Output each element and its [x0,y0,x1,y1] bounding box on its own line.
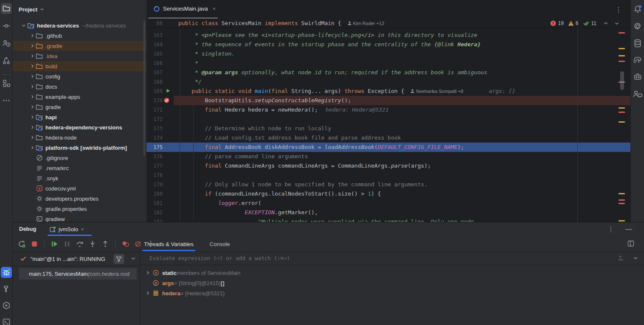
tree-row-codecov-yml[interactable]: Ycodecov.yml [13,183,146,193]
next-problem-icon[interactable] [614,21,619,25]
copilot-button[interactable] [632,72,643,83]
line-number[interactable]: 176 [146,152,163,161]
chevron-right-icon[interactable] [29,94,36,99]
code-line-165[interactable]: 165 * singleton. [146,49,630,59]
tree-row-gradlew[interactable]: gradlew [13,214,146,222]
line-number[interactable]: 182 [146,208,163,217]
close-tab-icon[interactable]: × [213,6,216,12]
stripe-mark[interactable] [619,48,625,49]
chevron-down-icon[interactable] [20,23,27,28]
pause-button[interactable] [62,239,72,249]
expand-evaluate-icon[interactable] [633,256,638,260]
stripe-mark[interactable] [619,121,625,123]
author-annotation[interactable]: Neeharika Sompalli +8 [410,89,463,94]
code-line-172[interactable]: 172 [146,115,630,124]
chevron-right-icon[interactable] [29,64,36,69]
chevron-right-icon[interactable] [29,43,36,48]
tree-row-docs[interactable]: docs [13,81,146,92]
gradle-button[interactable] [632,55,643,66]
chevron-right-icon[interactable] [29,84,36,89]
view-bps-button[interactable] [121,239,130,249]
stripe-mark[interactable] [619,112,625,113]
tree-row-developers-properties[interactable]: developers.properties [13,193,146,204]
breakpoint-icon[interactable] [163,97,170,104]
step-out-button[interactable] [101,239,110,249]
structure-tool-button[interactable] [1,78,12,89]
line-number[interactable]: 172 [146,115,163,124]
thread-dropdown-icon[interactable] [131,256,136,261]
code-line-164[interactable]: 164 * the sequence of events in the star… [146,40,630,49]
ok-count[interactable]: 11 [583,20,596,26]
editor-area[interactable]: ServicesMain.java × ⋮ 88 public class Se… [146,0,630,222]
terminal-tool-button[interactable] [1,317,12,325]
chevron-right-icon[interactable] [145,270,151,275]
rerun-button[interactable] [17,239,26,249]
project-tool-button[interactable] [1,3,12,14]
tree-row-gradle[interactable]: gradle [13,102,146,112]
tree-row--snyk[interactable]: .snyk [13,173,146,183]
editor-options-icon[interactable]: ⋮ [615,6,622,14]
tree-row--remarkrc[interactable]: .remarkrc [13,163,146,173]
line-number[interactable]: 171 [146,105,163,115]
code-lines[interactable]: 163 * <p>Please see the <i>startup-phase… [146,28,630,222]
chevron-right-icon[interactable] [145,291,151,296]
notifications-button[interactable] [632,4,643,15]
line-number[interactable]: 174 [146,133,163,143]
chevron-right-icon[interactable] [29,145,36,150]
tree-row-config[interactable]: config [13,71,146,81]
line-number[interactable]: 179 [146,180,163,189]
code-line-183[interactable]: 183 "Multiple nodes were supplied via th… [146,217,630,222]
code-line-174[interactable]: 174 // Load config.txt address book file… [146,133,630,143]
chevron-right-icon[interactable] [29,125,36,130]
commit-tool-button[interactable] [1,20,12,31]
stripe-mark[interactable] [619,55,625,56]
line-number[interactable]: 165 [146,49,163,59]
chevron-right-icon[interactable] [29,135,36,140]
add-watch-icon[interactable] [618,255,626,261]
inspections-widget[interactable]: 19 6 11 [550,19,619,28]
tree-row-build[interactable]: build [13,61,146,71]
code-line-180[interactable]: 180 if (commandLineArgs.localNodesToStar… [146,189,630,199]
tree-row-gradle-properties[interactable]: gradle.properties [13,204,146,214]
more-tools-button[interactable] [1,95,12,106]
chevron-right-icon[interactable] [29,33,36,38]
code-line-169[interactable]: 169 public static void main(final String… [146,87,630,96]
tree-row-example-apps[interactable]: example-apps [13,92,146,102]
tree-row--idea[interactable]: .idea [13,51,146,61]
code-line-163[interactable]: 163 * <p>Please see the <i>startup-phase… [146,31,630,40]
resume-button[interactable] [50,239,59,249]
collab-tool-button[interactable]: ? [1,38,12,49]
sticky-line-88[interactable]: 88 public class ServicesMain implements … [146,19,630,28]
tree-row-hedera-node[interactable]: hedera-node [13,132,146,143]
services-tool-button[interactable] [1,300,12,311]
editor-scrollbar-thumb[interactable] [620,71,624,90]
code-with-me-button[interactable] [632,89,643,100]
error-count[interactable]: 19 [550,20,563,26]
prev-problem-icon[interactable] [603,21,608,25]
line-number[interactable]: 181 [146,199,163,208]
line-number[interactable]: 177 [146,161,163,171]
code-line-179[interactable]: 179 // Only allow 1 node to be specified… [146,180,630,189]
chevron-right-icon[interactable] [29,74,36,79]
line-number[interactable]: 180 [146,189,163,199]
stripe-mark[interactable] [619,203,625,204]
code-line-170[interactable]: 170 BootstrapUtils.setupConstructableReg… [146,96,630,105]
code-line-177[interactable]: 177 final CommandLineArgs commandLineArg… [146,161,630,171]
error-stripe[interactable] [617,19,630,222]
line-number[interactable]: 173 [146,124,163,133]
code-line-166[interactable]: 166 * [146,59,630,68]
stripe-mark[interactable] [619,193,625,194]
project-header[interactable]: Project [19,4,44,14]
tree-row--gitignore[interactable]: .gitignore [13,153,146,163]
code-line-168[interactable]: 168 */ [146,77,630,87]
chevron-right-icon[interactable] [29,115,36,120]
line-number[interactable]: 163 [146,31,163,40]
line-number[interactable]: 164 [146,40,163,49]
thread-selector[interactable]: "main"@1 in ...ain": RUNNING [13,252,140,266]
stop-button[interactable] [30,239,39,249]
tree-row-hedera-dependency-versions[interactable]: hedera-dependency-versions [13,122,146,132]
code-line-171[interactable]: 171 final Hedera hedera = newHedera();he… [146,105,630,115]
code-line-181[interactable]: 181 logger.error( [146,199,630,208]
warning-count[interactable]: 6 [568,20,579,26]
debug-tab-console[interactable]: Console [208,237,232,252]
